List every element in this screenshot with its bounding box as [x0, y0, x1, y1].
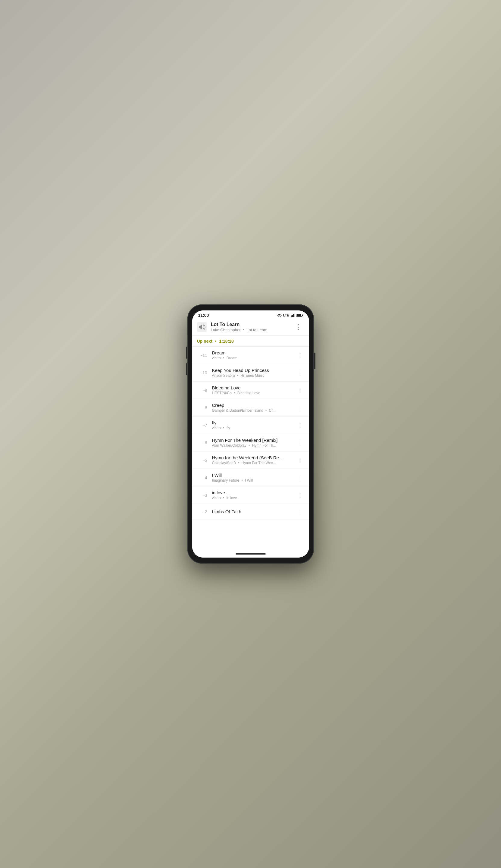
queue-title: Dream [212, 350, 295, 355]
queue-subtitle: HEST/Ni/Co • Bleeding Love [212, 391, 295, 395]
queue-position: -6 [196, 440, 207, 445]
vol-down-button[interactable] [186, 363, 187, 375]
queue-item[interactable]: -4I WillImaginary Future • I Will⋮ [192, 469, 309, 486]
phone-screen: 11:00 LTE [192, 310, 309, 558]
queue-position: -5 [196, 458, 207, 463]
queue-item[interactable]: -3in lovevietra • in love⋮ [192, 486, 309, 504]
queue-item[interactable]: -6Hymn For The Weekend [Remix]Alan Walke… [192, 434, 309, 452]
queue-title: Creep [212, 403, 295, 408]
queue-info: Dreamvietra • Dream [212, 350, 295, 360]
queue-item-more-button[interactable]: ⋮ [295, 404, 305, 412]
queue-subtitle: vietra • Dream [212, 356, 295, 360]
queue-position: -3 [196, 493, 207, 498]
lte-icon: LTE [283, 314, 289, 317]
queue-position: -8 [196, 405, 207, 410]
speaker-icon [197, 322, 207, 332]
queue-title: Hymn For The Weekend [Remix] [212, 438, 295, 443]
queue-title: Bleeding Love [212, 385, 295, 390]
svg-rect-5 [302, 315, 303, 316]
power-button[interactable] [314, 353, 316, 369]
queue-title: Limbs Of Faith [212, 509, 295, 514]
queue-title: Keep You Head Up Princess [212, 368, 295, 373]
queue-item-more-button[interactable]: ⋮ [295, 386, 305, 394]
queue-title: in love [212, 490, 295, 495]
signal-icon [291, 314, 295, 317]
queue-list[interactable]: -11Dreamvietra • Dream⋮-10Keep You Head … [192, 347, 309, 550]
queue-subtitle: Alan Walker/Coldplay • Hymn For Th... [212, 443, 295, 447]
queue-item-more-button[interactable]: ⋮ [295, 351, 305, 360]
up-next-bar: Up next • 1:18:28 [192, 336, 309, 347]
queue-title: fly [212, 420, 295, 425]
queue-item-more-button[interactable]: ⋮ [295, 474, 305, 482]
queue-info: in lovevietra • in love [212, 490, 295, 500]
queue-subtitle: vietra • fly [212, 426, 295, 430]
queue-position: -10 [196, 370, 207, 375]
up-next-label: Up next [197, 339, 212, 343]
queue-position: -9 [196, 388, 207, 393]
queue-item[interactable]: -2Limbs Of Faith⋮ [192, 504, 309, 520]
svg-rect-0 [291, 316, 292, 317]
queue-item[interactable]: -10Keep You Head Up PrincessAnson Seabra… [192, 364, 309, 382]
now-playing-artist: Luke Christopher [211, 328, 241, 332]
queue-item-more-button[interactable]: ⋮ [295, 438, 305, 447]
queue-title: Hymn for the Weekend (SeeB Re... [212, 455, 295, 460]
queue-item-more-button[interactable]: ⋮ [295, 369, 305, 377]
now-playing-album: Lot to Learn [246, 328, 267, 332]
status-icons: LTE [277, 314, 303, 317]
vol-up-button[interactable] [186, 347, 187, 359]
queue-item[interactable]: -9Bleeding LoveHEST/Ni/Co • Bleeding Lov… [192, 382, 309, 399]
now-playing-info: Lot To Learn Luke Christopher • Lot to L… [211, 322, 293, 332]
queue-info: CreepGamper & Dadoni/Ember Island • Cr..… [212, 403, 295, 413]
home-bar [236, 553, 266, 554]
now-playing-header: Lot To Learn Luke Christopher • Lot to L… [192, 319, 309, 336]
queue-position: -2 [196, 509, 207, 514]
now-playing-more-button[interactable]: ⋮ [293, 322, 304, 331]
svg-rect-3 [294, 314, 295, 317]
wifi-icon [277, 314, 282, 317]
queue-item-more-button[interactable]: ⋮ [295, 421, 305, 430]
queue-item[interactable]: -7flyvietra • fly⋮ [192, 416, 309, 434]
svg-rect-1 [292, 315, 293, 317]
queue-subtitle: vietra • in love [212, 496, 295, 500]
queue-position: -7 [196, 423, 207, 428]
queue-info: Hymn For The Weekend [Remix]Alan Walker/… [212, 438, 295, 447]
queue-info: Hymn for the Weekend (SeeB Re...Coldplay… [212, 455, 295, 465]
status-time: 11:00 [198, 313, 209, 318]
queue-item-more-button[interactable]: ⋮ [295, 491, 305, 499]
queue-subtitle: Anson Seabra • HiTunes Muisc [212, 373, 295, 378]
queue-title: I Will [212, 473, 295, 478]
up-next-time: 1:18:28 [219, 339, 234, 343]
queue-subtitle: Imaginary Future • I Will [212, 478, 295, 483]
queue-subtitle: Gamper & Dadoni/Ember Island • Cr... [212, 409, 295, 413]
queue-info: Bleeding LoveHEST/Ni/Co • Bleeding Love [212, 385, 295, 395]
queue-item[interactable]: -5Hymn for the Weekend (SeeB Re...Coldpl… [192, 452, 309, 469]
queue-info: I WillImaginary Future • I Will [212, 473, 295, 483]
queue-info: Limbs Of Faith [212, 509, 295, 515]
battery-icon [297, 314, 303, 317]
queue-item[interactable]: -8CreepGamper & Dadoni/Ember Island • Cr… [192, 399, 309, 416]
status-bar: 11:00 LTE [192, 310, 309, 319]
queue-item-more-button[interactable]: ⋮ [295, 456, 305, 464]
svg-rect-2 [293, 314, 294, 317]
now-playing-subtitle: Luke Christopher • Lot to Learn [211, 328, 293, 332]
queue-position: -4 [196, 475, 207, 480]
queue-info: flyvietra • fly [212, 420, 295, 430]
queue-item-more-button[interactable]: ⋮ [295, 508, 305, 516]
queue-item[interactable]: -11Dreamvietra • Dream⋮ [192, 347, 309, 364]
queue-info: Keep You Head Up PrincessAnson Seabra • … [212, 368, 295, 378]
queue-position: -11 [196, 353, 207, 358]
queue-subtitle: Coldplay/SeeB • Hymn For The Wee... [212, 461, 295, 465]
home-indicator [192, 550, 309, 558]
up-next-dot: • [215, 339, 218, 343]
now-playing-title: Lot To Learn [211, 322, 293, 327]
phone-frame: 11:00 LTE [188, 304, 314, 564]
svg-rect-6 [297, 314, 301, 316]
